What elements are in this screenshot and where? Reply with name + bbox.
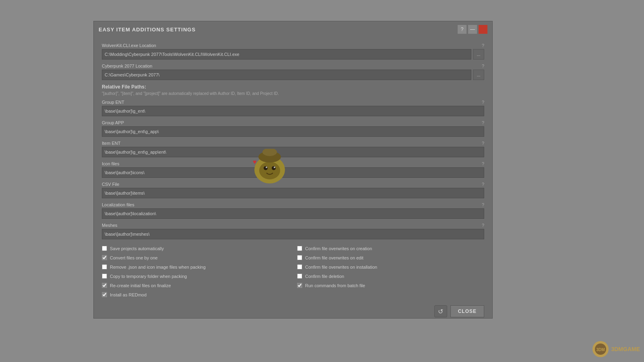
cyberpunk-browse-button[interactable]: ... (473, 70, 484, 80)
checkbox-confirm-installation-input[interactable] (297, 264, 302, 269)
group-ent-input[interactable] (102, 106, 484, 116)
title-bar: EASY ITEM ADDITIONS SETTINGS ? — (94, 21, 492, 37)
checkbox-confirm-edit-label: Confirm file overwrites on edit (305, 255, 363, 260)
relative-paths-group: Relative File Paths: "[author]", "[item]… (102, 84, 484, 96)
checkbox-recreate-initial-label: Re-create initial files on finalize (110, 283, 171, 288)
wolvenkit-label: WolvenKit.CLI.exe Location ? (102, 43, 484, 48)
localization-input[interactable] (102, 208, 484, 219)
checkbox-install-redmod-label: Install as REDmod (110, 292, 147, 297)
watermark-icon: 3DM (592, 340, 609, 358)
wolvenkit-help-icon[interactable]: ? (482, 43, 484, 48)
checkbox-install-redmod-input[interactable] (102, 292, 107, 297)
checkbox-convert-files-input[interactable] (102, 255, 107, 260)
checkbox-run-commands[interactable]: Run commands from batch file (297, 283, 484, 288)
localization-label: Localization files ? (102, 202, 484, 207)
wolvenkit-field-group: WolvenKit.CLI.exe Location ? ... (102, 43, 484, 60)
checkbox-copy-temp-label: Copy to temporary folder when packing (110, 274, 187, 279)
checkbox-convert-files[interactable]: Convert files one by one (102, 255, 289, 260)
checkbox-recreate-initial-input[interactable] (102, 283, 107, 288)
item-ent-help-icon[interactable]: ? (482, 141, 484, 146)
window-controls: ? — (458, 25, 487, 34)
icon-files-input[interactable] (102, 167, 484, 178)
checkbox-confirm-deletion-input[interactable] (297, 274, 302, 279)
icon-files-help-icon[interactable]: ? (482, 161, 484, 166)
help-button[interactable]: ? (458, 25, 466, 34)
item-ent-field-group: Item ENT ? (102, 141, 484, 157)
watermark-text: 3DMGAME (611, 346, 640, 352)
svg-text:3DM: 3DM (597, 348, 605, 352)
csv-file-field-group: CSV File ? (102, 182, 484, 198)
settings-window: EASY ITEM ADDITIONS SETTINGS ? — WolvenK… (93, 21, 493, 319)
checkbox-confirm-deletion[interactable]: Confirm file deletion (297, 274, 484, 279)
checkboxes-area: Save projects automatically Convert file… (102, 246, 484, 297)
group-app-input[interactable] (102, 126, 484, 137)
wolvenkit-input[interactable] (102, 49, 471, 60)
settings-content: WolvenKit.CLI.exe Location ? ... Cyberpu… (94, 37, 492, 318)
cyberpunk-field-group: Cyberpunk 2077 Location ? ... (102, 64, 484, 80)
checkbox-convert-files-label: Convert files one by one (110, 255, 158, 260)
csv-file-help-icon[interactable]: ? (482, 182, 484, 187)
checkbox-run-commands-input[interactable] (297, 283, 302, 288)
cyberpunk-help-icon[interactable]: ? (482, 64, 484, 68)
checkbox-confirm-edit-input[interactable] (297, 255, 302, 260)
checkboxes-right-col: Confirm file overwrites on creation Conf… (297, 246, 484, 297)
checkbox-confirm-creation-input[interactable] (297, 246, 302, 251)
wolvenkit-browse-button[interactable]: ... (473, 49, 484, 60)
checkboxes-left-col: Save projects automatically Convert file… (102, 246, 289, 297)
checkbox-save-projects[interactable]: Save projects automatically (102, 246, 289, 251)
group-app-field-group: Group APP ? (102, 120, 484, 137)
cyberpunk-input[interactable] (102, 70, 471, 80)
item-ent-label: Item ENT ? (102, 141, 484, 146)
cyberpunk-row: ... (102, 70, 484, 80)
checkbox-confirm-creation[interactable]: Confirm file overwrites on creation (297, 246, 484, 251)
checkbox-confirm-creation-label: Confirm file overwrites on creation (305, 246, 372, 251)
wolvenkit-row: ... (102, 49, 484, 60)
icon-files-label: Icon files ? (102, 161, 484, 166)
relative-paths-desc: "[author]", "[item]", and "[project]" ar… (102, 91, 484, 96)
checkbox-confirm-edit[interactable]: Confirm file overwrites on edit (297, 255, 484, 260)
meshes-help-icon[interactable]: ? (482, 223, 484, 228)
checkbox-confirm-deletion-label: Confirm file deletion (305, 274, 344, 279)
meshes-label: Meshes ? (102, 223, 484, 228)
meshes-field-group: Meshes ? (102, 223, 484, 239)
checkbox-save-projects-input[interactable] (102, 246, 107, 251)
checkbox-recreate-initial[interactable]: Re-create initial files on finalize (102, 283, 289, 288)
close-window-button[interactable] (479, 25, 487, 34)
meshes-input[interactable] (102, 229, 484, 239)
cyberpunk-label: Cyberpunk 2077 Location ? (102, 64, 484, 68)
group-app-help-icon[interactable]: ? (482, 120, 484, 125)
relative-paths-heading: Relative File Paths: (102, 84, 484, 90)
localization-help-icon[interactable]: ? (482, 202, 484, 207)
checkbox-install-redmod[interactable]: Install as REDmod (102, 292, 289, 297)
checkbox-save-projects-label: Save projects automatically (110, 246, 164, 251)
checkbox-remove-json[interactable]: Remove .json and icon image files when p… (102, 264, 289, 269)
minimize-button[interactable]: — (468, 25, 477, 34)
checkbox-copy-temp-input[interactable] (102, 274, 107, 279)
window-title: EASY ITEM ADDITIONS SETTINGS (99, 27, 196, 33)
checkbox-remove-json-input[interactable] (102, 264, 107, 269)
csv-file-label: CSV File ? (102, 182, 484, 187)
checkbox-run-commands-label: Run commands from batch file (305, 283, 365, 288)
item-ent-input[interactable] (102, 147, 484, 157)
watermark-inner: 3DM 3DMGAME (592, 340, 640, 358)
icon-files-field-group: Icon files ? (102, 161, 484, 178)
watermark: 3DM 3DMGAME (592, 340, 640, 358)
checkbox-confirm-installation-label: Confirm file overwrites on installation (305, 265, 377, 269)
group-ent-help-icon[interactable]: ? (482, 100, 484, 105)
reset-button[interactable]: ↺ (434, 305, 447, 317)
group-ent-field-group: Group ENT ? (102, 100, 484, 116)
checkbox-remove-json-label: Remove .json and icon image files when p… (110, 265, 206, 269)
group-app-label: Group APP ? (102, 120, 484, 125)
group-ent-label: Group ENT ? (102, 100, 484, 105)
footer-row: ↺ CLOSE (102, 305, 484, 318)
csv-file-input[interactable] (102, 188, 484, 198)
close-button[interactable]: CLOSE (450, 305, 484, 317)
checkbox-copy-temp[interactable]: Copy to temporary folder when packing (102, 274, 289, 279)
localization-field-group: Localization files ? (102, 202, 484, 219)
checkbox-confirm-installation[interactable]: Confirm file overwrites on installation (297, 264, 484, 269)
